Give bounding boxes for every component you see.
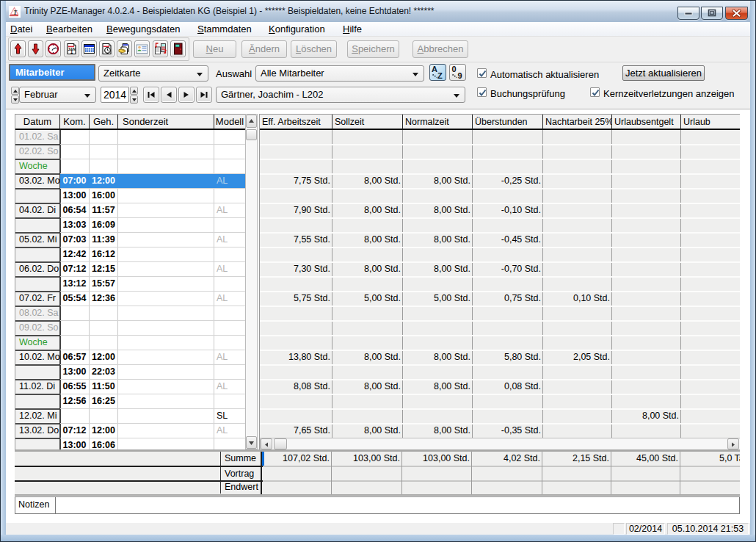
svg-text:0: 0 bbox=[452, 65, 457, 73]
svg-text:9: 9 bbox=[458, 71, 462, 79]
svg-text:A: A bbox=[432, 65, 437, 73]
svg-text:Z: Z bbox=[437, 71, 443, 79]
svg-text:1: 1 bbox=[70, 49, 73, 54]
